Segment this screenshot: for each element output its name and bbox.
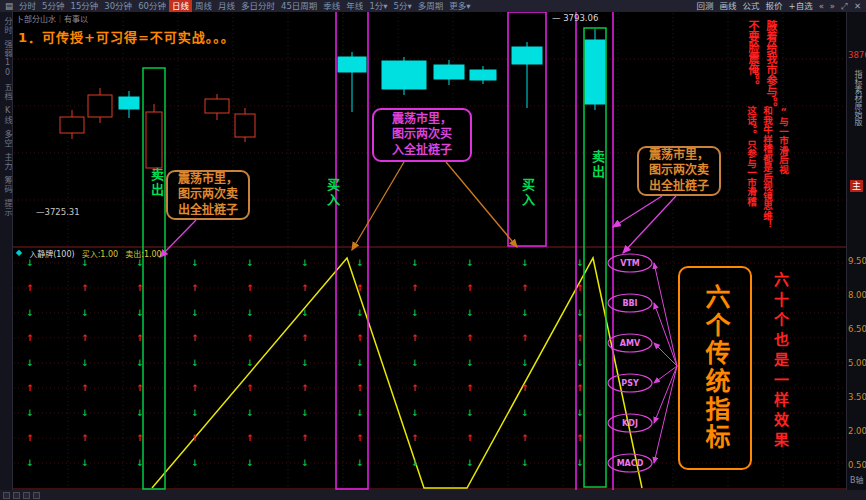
sidebar-item-提示[interactable]: 提示 [2, 199, 13, 217]
window-control-icon[interactable]: » [827, 0, 838, 12]
indicator-label: BBI [622, 299, 637, 308]
up-arrow-icon: ↑ [26, 383, 34, 393]
toolbar-item-季线[interactable]: 季线 [320, 0, 343, 12]
annotation-center: 震荡市里，图示两次买入全扯裢子 [372, 108, 472, 162]
indicator-label: PSY [621, 379, 639, 388]
menu-icon[interactable]: ▤ [2, 0, 16, 12]
indicator-label: KDJ [622, 419, 638, 428]
up-arrow-icon: ↑ [26, 283, 34, 293]
down-arrow-icon: ↓ [81, 408, 89, 418]
red-note-bottom: 这话。。只参与一市滑稽和我牛样稽都是后视镜思维！“与一市滑后视 [744, 106, 790, 230]
toolbar-tool-+自选[interactable]: +自选 [786, 0, 816, 12]
status-icon[interactable] [13, 492, 20, 499]
sidebar-item-多空[interactable]: 多空 [2, 130, 13, 148]
toolbar-tool-报价[interactable]: 报价 [763, 0, 786, 12]
sixty-indicators-note: 六十个也是一样效果 [770, 272, 791, 452]
down-arrow-icon: ↓ [576, 358, 584, 368]
right-tab-label[interactable]: 指标素材原始版 [852, 70, 863, 126]
toolbar-item-1分▾[interactable]: 1分▾ [366, 0, 390, 12]
down-arrow-icon: ↓ [301, 458, 309, 468]
toolbar-item-多周期[interactable]: 多周期 [415, 0, 447, 12]
toolbar-tool-公式[interactable]: 公式 [740, 0, 763, 12]
down-arrow-icon: ↓ [521, 458, 529, 468]
up-arrow-icon: ↑ [576, 383, 584, 393]
up-arrow-icon: ↑ [411, 283, 419, 293]
candle-body [205, 99, 229, 113]
toolbar-item-年线[interactable]: 年线 [343, 0, 366, 12]
toolbar-item-多日分时[interactable]: 多日分时 [238, 0, 278, 12]
down-arrow-icon: ↓ [246, 458, 254, 468]
annotation-line: 震荡市里， [639, 148, 719, 164]
sidebar-item-强弱10[interactable]: 强弱10 [2, 40, 13, 78]
toolbar-item-周线[interactable]: 周线 [192, 0, 215, 12]
annotation-line: 震荡市里， [168, 172, 248, 188]
down-arrow-icon: ↓ [356, 358, 364, 368]
fan-arrow [654, 343, 677, 366]
down-arrow-icon: ↓ [576, 308, 584, 318]
up-arrow-icon: ↑ [466, 383, 474, 393]
down-arrow-icon: ↓ [246, 358, 254, 368]
toolbar-item-5分▾[interactable]: 5分▾ [391, 0, 415, 12]
toolbar-item-45日周期[interactable]: 45日周期 [278, 0, 320, 12]
up-arrow-icon: ↑ [191, 433, 199, 443]
main-chart-badge[interactable]: 主 [850, 180, 863, 192]
down-arrow-icon: ↓ [576, 258, 584, 268]
down-arrow-icon: ↓ [26, 458, 34, 468]
down-arrow-icon: ↓ [26, 408, 34, 418]
up-arrow-icon: ↑ [191, 283, 199, 293]
status-icon[interactable] [3, 492, 10, 499]
sidebar-item-主力[interactable]: 主力 [2, 153, 13, 171]
window-control-icon[interactable]: ⤢ [838, 0, 851, 12]
toolbar-tool-回测[interactable]: 回测 [693, 0, 716, 12]
down-arrow-icon: ↓ [26, 308, 34, 318]
toolbar-item-60分钟[interactable]: 60分钟 [135, 0, 169, 12]
status-icon[interactable] [23, 492, 30, 499]
up-arrow-icon: ↑ [411, 383, 419, 393]
status-icon[interactable] [33, 492, 40, 499]
down-arrow-icon: ↓ [246, 408, 254, 418]
down-arrow-icon: ↓ [136, 308, 144, 318]
candle-body [470, 70, 496, 80]
toolbar-item-5分钟[interactable]: 5分钟 [39, 0, 67, 12]
window-control-icon[interactable]: ✕ [851, 0, 864, 12]
down-arrow-icon: ↓ [191, 458, 199, 468]
annotation-left: 震荡市里，图示两次卖出全扯裢子 [166, 170, 250, 220]
sidebar-item-五档[interactable]: 五档 [2, 83, 13, 101]
down-arrow-icon: ↓ [301, 308, 309, 318]
sidebar-item-筹码[interactable]: 筹码 [2, 176, 13, 194]
six-indicators-box: 六个传统指标 [678, 266, 752, 470]
toolbar-item-30分钟[interactable]: 30分钟 [101, 0, 135, 12]
down-arrow-icon: ↓ [136, 258, 144, 268]
annotation-line: 出全扯裢子 [168, 203, 248, 219]
up-arrow-icon: ↑ [576, 433, 584, 443]
down-arrow-icon: ↓ [191, 308, 199, 318]
toolbar-item-日线[interactable]: 日线 [169, 0, 192, 12]
marker-卖出: 卖出 [147, 168, 166, 198]
price-axis-value: 3876 [848, 50, 866, 60]
up-arrow-icon: ↑ [26, 433, 34, 443]
sidebar-item-分时[interactable]: 分时 [2, 17, 13, 35]
candle-body [88, 95, 112, 117]
indicator-name[interactable]: 入静牌(100) [29, 248, 75, 259]
indicator-label: AMV [620, 339, 641, 348]
down-arrow-icon: ↓ [246, 258, 254, 268]
toolbar-item-15分钟[interactable]: 15分钟 [67, 0, 101, 12]
down-arrow-icon: ↓ [356, 308, 364, 318]
pointer-arrow [446, 162, 517, 247]
window-control-icon[interactable]: « [816, 0, 827, 12]
up-arrow-icon: ↑ [301, 283, 309, 293]
up-arrow-icon: ↑ [576, 283, 584, 293]
sidebar-item-K线[interactable]: K线 [2, 106, 13, 125]
chart-title-note: 1．可传授+可习得=不可实战。。。 [18, 27, 235, 46]
marker-卖出: 卖出 [588, 150, 607, 180]
up-arrow-icon: ↑ [466, 283, 474, 293]
axis-value: 3.50 [848, 392, 866, 402]
red-note-column: 和我牛样稽都是后视镜思维！ [760, 106, 774, 230]
up-arrow-icon: ↑ [191, 383, 199, 393]
toolbar-period-tabs: 分时5分钟15分钟30分钟60分钟日线周线月线多日分时45日周期季线年线1分▾5… [16, 0, 474, 12]
toolbar-tool-画线[interactable]: 画线 [716, 0, 739, 12]
toolbar-item-月线[interactable]: 月线 [215, 0, 238, 12]
toolbar-item-分时[interactable]: 分时 [16, 0, 39, 12]
toolbar-item-更多▾[interactable]: 更多▾ [446, 0, 473, 12]
red-note-column: “与一市滑后视 [776, 106, 790, 230]
